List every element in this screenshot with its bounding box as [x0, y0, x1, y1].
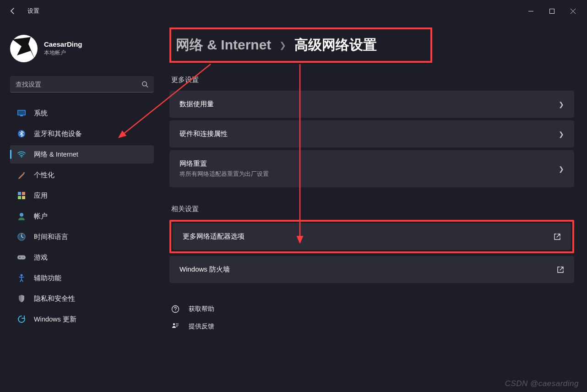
- svg-rect-15: [17, 256, 26, 260]
- sidebar-item-privacy[interactable]: 隐私和安全性: [10, 289, 154, 308]
- feedback-icon: [171, 322, 179, 331]
- svg-rect-11: [22, 196, 25, 199]
- sidebar-item-gaming[interactable]: 游戏: [10, 248, 154, 267]
- sidebar-item-label: Windows 更新: [34, 315, 76, 324]
- time-icon: [17, 233, 26, 241]
- feedback-link[interactable]: 提供反馈: [171, 318, 574, 335]
- sidebar-item-label: 时间和语言: [34, 233, 68, 241]
- sidebar-item-account[interactable]: 帐户: [10, 207, 154, 225]
- sidebar-item-label: 应用: [34, 191, 48, 200]
- settings-card[interactable]: 硬件和连接属性❯: [169, 120, 574, 147]
- sidebar-item-label: 帐户: [34, 212, 48, 221]
- arrow-left-icon: [9, 7, 16, 15]
- card-title: 数据使用量: [179, 100, 559, 109]
- sidebar-item-accessibility[interactable]: 辅助功能: [10, 269, 154, 287]
- user-name: CaesarDing: [44, 40, 82, 48]
- settings-card[interactable]: Windows 防火墙: [169, 256, 574, 283]
- close-button[interactable]: [562, 4, 583, 18]
- section-related-title: 相关设置: [171, 205, 574, 213]
- svg-rect-8: [18, 192, 21, 195]
- user-profile[interactable]: CaesarDing 本地帐户: [4, 27, 158, 76]
- sidebar-item-time[interactable]: 时间和语言: [10, 228, 154, 246]
- svg-point-20: [173, 323, 175, 325]
- back-button[interactable]: [4, 2, 22, 20]
- gaming-icon: [17, 253, 26, 261]
- sidebar-item-label: 辅助功能: [34, 274, 61, 283]
- svg-point-6: [21, 157, 22, 158]
- system-icon: [17, 109, 26, 117]
- external-link-icon: [557, 266, 564, 273]
- svg-rect-3: [18, 111, 25, 115]
- settings-card[interactable]: 数据使用量❯: [169, 91, 574, 118]
- breadcrumb-highlight: 网络 & Internet ❯ 高级网络设置: [169, 27, 432, 63]
- section-more-title: 更多设置: [171, 76, 574, 84]
- chevron-right-icon: ❯: [559, 165, 564, 173]
- get-help-label: 获取帮助: [189, 305, 214, 313]
- svg-rect-0: [549, 9, 554, 13]
- window-title: 设置: [27, 7, 39, 15]
- external-link-icon: [554, 233, 561, 240]
- apps-icon: [17, 191, 26, 200]
- chevron-right-icon: ❯: [279, 40, 286, 50]
- help-icon: [171, 305, 179, 313]
- sidebar-item-apps[interactable]: 应用: [10, 186, 154, 205]
- card-title: 更多网络适配器选项: [183, 232, 554, 241]
- search-icon: [141, 81, 148, 88]
- card-title: 网络重置: [179, 159, 559, 168]
- breadcrumb-current: 高级网络设置: [294, 36, 377, 54]
- svg-rect-9: [22, 192, 25, 195]
- settings-card[interactable]: 更多网络适配器选项: [173, 223, 571, 250]
- sidebar-item-system[interactable]: 系统: [10, 104, 154, 122]
- maximize-button[interactable]: [541, 4, 562, 18]
- highlight-box: 更多网络适配器选项: [169, 220, 574, 253]
- accessibility-icon: [17, 274, 26, 282]
- wifi-icon: [17, 150, 26, 158]
- sidebar-item-bluetooth[interactable]: 蓝牙和其他设备: [10, 125, 154, 143]
- sidebar-item-label: 游戏: [34, 253, 48, 262]
- close-icon: [571, 9, 576, 14]
- feedback-label: 提供反馈: [189, 322, 214, 331]
- sidebar-item-update[interactable]: Windows 更新: [10, 310, 154, 328]
- breadcrumb: 网络 & Internet ❯ 高级网络设置: [176, 36, 426, 54]
- svg-point-12: [20, 213, 23, 217]
- privacy-icon: [17, 294, 26, 303]
- sidebar-item-personalize[interactable]: 个性化: [10, 166, 154, 184]
- svg-point-1: [142, 82, 147, 86]
- sidebar-item-label: 系统: [34, 109, 48, 118]
- bluetooth-icon: [17, 130, 26, 138]
- watermark: CSDN @caesarding: [505, 379, 579, 388]
- sidebar-item-label: 网络 & Internet: [34, 150, 78, 159]
- sidebar-item-label: 个性化: [34, 171, 54, 180]
- account-icon: [17, 212, 26, 220]
- minimize-button[interactable]: [520, 4, 541, 18]
- sidebar-item-label: 蓝牙和其他设备: [34, 130, 82, 138]
- settings-card[interactable]: 网络重置将所有网络适配器重置为出厂设置❯: [169, 150, 574, 187]
- card-title: 硬件和连接属性: [179, 130, 559, 138]
- card-subtitle: 将所有网络适配器重置为出厂设置: [179, 170, 559, 178]
- update-icon: [17, 315, 26, 323]
- user-account-type: 本地帐户: [44, 49, 82, 57]
- svg-rect-4: [20, 115, 23, 116]
- get-help-link[interactable]: 获取帮助: [171, 300, 574, 318]
- svg-rect-10: [18, 196, 21, 199]
- search-input[interactable]: [10, 76, 154, 93]
- personalize-icon: [17, 171, 26, 179]
- chevron-right-icon: ❯: [559, 131, 564, 138]
- chevron-right-icon: ❯: [559, 101, 564, 108]
- avatar: [10, 35, 38, 62]
- sidebar-item-label: 隐私和安全性: [34, 294, 75, 303]
- sidebar-item-wifi[interactable]: 网络 & Internet: [10, 145, 154, 163]
- card-title: Windows 防火墙: [179, 265, 557, 274]
- maximize-icon: [549, 9, 554, 14]
- svg-point-18: [21, 274, 23, 277]
- breadcrumb-parent[interactable]: 网络 & Internet: [176, 36, 271, 54]
- minimize-icon: [528, 9, 533, 14]
- svg-point-17: [23, 257, 24, 258]
